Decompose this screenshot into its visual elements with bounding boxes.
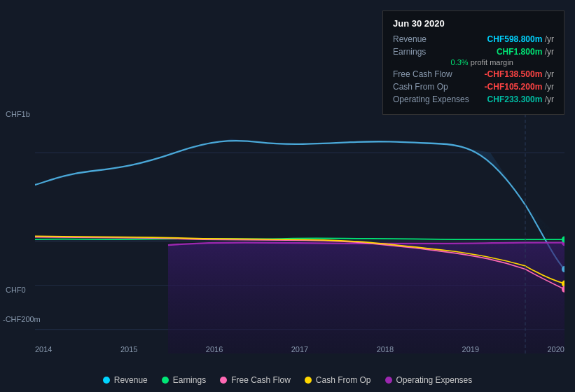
legend-earnings-label: Earnings: [173, 375, 206, 385]
chart-svg: [35, 108, 564, 354]
legend-fcf-dot: [220, 377, 227, 384]
legend-revenue-dot: [103, 377, 110, 384]
tooltip-earnings-label: Earnings: [393, 47, 470, 57]
x-label-2017: 2017: [291, 345, 308, 354]
legend-earnings-dot: [162, 377, 169, 384]
legend-revenue[interactable]: Revenue: [103, 375, 148, 385]
tooltip-opex-row: Operating Expenses CHF233.300m /yr: [393, 94, 554, 104]
legend-earnings[interactable]: Earnings: [162, 375, 206, 385]
tooltip-revenue-row: Revenue CHF598.800m /yr: [393, 34, 554, 44]
y-label-mid: CHF0: [6, 286, 26, 294]
x-label-2016: 2016: [206, 345, 223, 354]
tooltip-fcf-value: -CHF138.500m /yr: [485, 69, 554, 79]
x-label-2019: 2019: [462, 345, 479, 354]
tooltip-opex-value: CHF233.300m /yr: [487, 94, 554, 104]
tooltip-revenue-label: Revenue: [393, 34, 470, 44]
x-label-2020: 2020: [547, 345, 564, 354]
x-label-2018: 2018: [377, 345, 394, 354]
x-label-2014: 2014: [35, 345, 52, 354]
legend-cashop-label: Cash From Op: [316, 375, 371, 385]
x-label-2015: 2015: [120, 345, 137, 354]
tooltip-date: Jun 30 2020: [393, 18, 554, 29]
x-axis: 2014 2015 2016 2017 2018 2019 2020: [35, 345, 564, 354]
legend-fcf[interactable]: Free Cash Flow: [220, 375, 291, 385]
legend-cashop[interactable]: Cash From Op: [305, 375, 371, 385]
y-label-top: CHF1b: [6, 110, 30, 118]
legend-opex-label: Operating Expenses: [396, 375, 473, 385]
tooltip-cashop-value: -CHF105.200m /yr: [485, 82, 554, 92]
legend-cashop-dot: [305, 377, 312, 384]
tooltip-box: Jun 30 2020 Revenue CHF598.800m /yr Earn…: [382, 10, 564, 115]
legend-fcf-label: Free Cash Flow: [231, 375, 291, 385]
tooltip-fcf-row: Free Cash Flow -CHF138.500m /yr: [393, 69, 554, 79]
legend-opex-dot: [385, 377, 392, 384]
tooltip-opex-label: Operating Expenses: [393, 94, 470, 104]
tooltip-earnings-value: CHF1.800m /yr: [497, 47, 554, 57]
legend-revenue-label: Revenue: [114, 375, 148, 385]
tooltip-cashop-row: Cash From Op -CHF105.200m /yr: [393, 82, 554, 92]
chart-container: Jun 30 2020 Revenue CHF598.800m /yr Earn…: [0, 0, 575, 392]
tooltip-earnings-row: Earnings CHF1.800m /yr: [393, 47, 554, 57]
tooltip-margin: 0.3% profit margin: [393, 58, 554, 66]
tooltip-fcf-label: Free Cash Flow: [393, 69, 470, 79]
legend-opex[interactable]: Operating Expenses: [385, 375, 473, 385]
tooltip-cashop-label: Cash From Op: [393, 82, 470, 92]
tooltip-revenue-value: CHF598.800m /yr: [487, 34, 554, 44]
chart-legend: Revenue Earnings Free Cash Flow Cash Fro…: [0, 375, 575, 385]
